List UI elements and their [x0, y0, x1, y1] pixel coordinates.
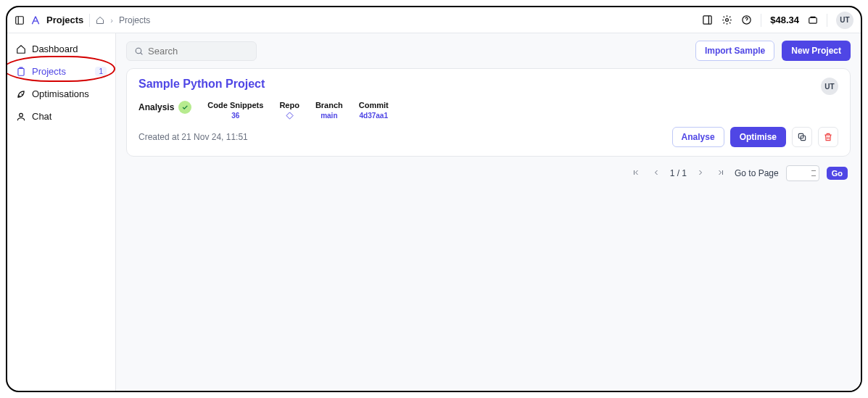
- sidebar-item-projects[interactable]: Projects 1: [7, 60, 115, 83]
- sidebar-item-chat[interactable]: Chat: [7, 105, 115, 128]
- svg-point-7: [136, 48, 141, 54]
- project-title[interactable]: Sample Python Project: [139, 78, 265, 91]
- import-sample-button[interactable]: Import Sample: [695, 41, 774, 61]
- meta-repo: Repo: [279, 101, 299, 120]
- svg-rect-0: [16, 16, 24, 24]
- project-card: Sample Python Project UT Analysis Code S…: [126, 68, 851, 157]
- new-project-button[interactable]: New Project: [782, 41, 851, 61]
- meta-code-snippets: Code Snippets 36: [207, 101, 263, 120]
- page-next-icon[interactable]: [694, 168, 707, 179]
- breadcrumb-current: Projects: [119, 15, 150, 25]
- search-input[interactable]: [148, 46, 249, 57]
- project-owner-avatar: UT: [821, 78, 838, 95]
- user-icon: [16, 112, 26, 122]
- analysis-label: Analysis: [139, 102, 174, 112]
- page-first-icon[interactable]: [629, 168, 642, 179]
- page-last-icon[interactable]: [714, 168, 727, 179]
- topbar: Projects › Projects $48.34 UT: [7, 7, 861, 33]
- page-indicator: 1 / 1: [670, 168, 687, 178]
- divider: [89, 14, 90, 27]
- goto-page-input[interactable]: [786, 165, 819, 181]
- sidebar-item-label: Optimisations: [32, 88, 89, 99]
- sidebar-item-label: Chat: [32, 111, 51, 122]
- created-at: Created at 21 Nov 24, 11:51: [139, 132, 248, 142]
- wallet-icon[interactable]: [808, 15, 818, 25]
- svg-point-2: [726, 19, 729, 22]
- help-icon[interactable]: [741, 14, 752, 25]
- repo-icon: [286, 112, 294, 120]
- divider: [761, 14, 761, 27]
- balance: $48.34: [770, 14, 799, 25]
- goto-label: Go to Page: [735, 168, 779, 178]
- home-icon: [16, 44, 26, 54]
- search-icon: [134, 46, 144, 56]
- sidebar-badge: 1: [95, 67, 107, 76]
- sidebar: Dashboard Projects 1 Optimisations: [7, 33, 116, 391]
- go-button[interactable]: Go: [827, 167, 848, 180]
- clipboard-icon: [16, 67, 26, 77]
- analysis-status: Analysis: [139, 101, 191, 114]
- divider: [827, 14, 827, 27]
- svg-rect-5: [18, 68, 24, 75]
- app-title: Projects: [46, 14, 83, 25]
- delete-button[interactable]: [818, 127, 838, 147]
- svg-rect-1: [703, 16, 711, 24]
- svg-rect-4: [809, 17, 817, 23]
- sidebar-item-label: Projects: [32, 66, 66, 77]
- logo-icon: [30, 15, 41, 25]
- toolbar: Import Sample New Project: [126, 41, 851, 61]
- sidebar-item-label: Dashboard: [32, 43, 78, 54]
- meta-branch: Branch main: [315, 101, 343, 120]
- sidebar-item-optimisations[interactable]: Optimisations: [7, 83, 115, 105]
- user-avatar[interactable]: UT: [836, 12, 853, 29]
- panel-icon[interactable]: [15, 15, 25, 25]
- meta-commit: Commit 4d37aa1: [359, 101, 389, 120]
- svg-point-6: [20, 113, 23, 117]
- check-icon: [178, 101, 191, 114]
- optimise-button[interactable]: Optimise: [730, 127, 786, 147]
- breadcrumb-home-icon[interactable]: [96, 16, 104, 25]
- main-area: Import Sample New Project Sample Python …: [116, 33, 861, 391]
- page-prev-icon[interactable]: [650, 168, 663, 179]
- pagination: 1 / 1 Go to Page Go: [126, 164, 851, 183]
- analyse-button[interactable]: Analyse: [672, 127, 724, 147]
- sidebar-item-dashboard[interactable]: Dashboard: [7, 38, 115, 60]
- search-box[interactable]: [126, 41, 257, 61]
- gear-icon[interactable]: [722, 14, 732, 25]
- copy-button[interactable]: [792, 127, 812, 147]
- rocket-icon: [16, 89, 26, 99]
- breadcrumb-sep: ›: [110, 16, 113, 25]
- layout-icon[interactable]: [702, 14, 713, 25]
